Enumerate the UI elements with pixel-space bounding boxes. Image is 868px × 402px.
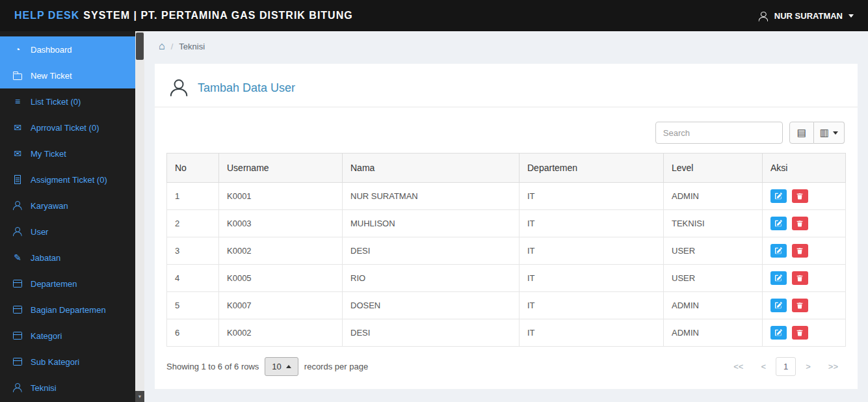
column-header-aksi[interactable]: Aksi <box>763 154 846 183</box>
sidebar-item-user[interactable]: User <box>0 219 135 245</box>
cell-username: K0002 <box>219 319 343 347</box>
breadcrumb-separator: / <box>171 42 174 51</box>
pencil-icon <box>775 329 782 336</box>
page-size-dropdown[interactable]: 10 <box>265 357 298 376</box>
home-icon[interactable]: ⌂ <box>159 41 165 51</box>
pagination-info: Showing 1 to 6 of 6 rows 10 records per … <box>166 357 368 376</box>
table-header: NoUsernameNamaDepartemenLevelAksi <box>167 154 846 183</box>
user-menu[interactable]: NUR SURATMAN <box>759 10 854 21</box>
edit-button[interactable] <box>770 244 787 258</box>
page-size-value: 10 <box>272 362 281 371</box>
edit-button[interactable] <box>770 271 787 285</box>
table-row: 4 K0005 RIO IT USER <box>167 265 846 292</box>
cell-aksi <box>763 183 846 210</box>
content-card: Tambah Data User ▤ ▥ NoUsernameNamaDep <box>155 64 858 389</box>
cell-username: K0005 <box>219 265 343 292</box>
pagination-next[interactable]: > <box>798 357 819 376</box>
file-icon <box>9 175 26 184</box>
breadcrumb-current: Teknisi <box>179 42 205 51</box>
delete-button[interactable] <box>792 217 808 230</box>
sidebar-item-karyawan[interactable]: Karyawan <box>0 193 135 219</box>
column-header-username[interactable]: Username <box>219 154 343 183</box>
cell-level: ADMIN <box>664 183 763 210</box>
sidebar-item-bagian-departemen[interactable]: Bagian Departemen <box>0 297 135 323</box>
list-view-icon: ▤ <box>797 127 806 139</box>
edit-button[interactable] <box>770 217 787 230</box>
columns-icon: ▥ <box>820 127 829 139</box>
table-row: 5 K0007 DOSEN IT ADMIN <box>167 292 846 319</box>
trash-icon <box>796 302 803 309</box>
table-body: 1 K0001 NUR SURATMAN IT ADMIN <box>167 183 846 347</box>
brand-highlight: HELP DESK <box>14 10 79 21</box>
gauge-icon: ◔ <box>9 44 26 55</box>
table-row: 6 K0002 DESI IT ADMIN <box>167 319 846 347</box>
edit-button[interactable] <box>770 299 787 312</box>
cell-no: 6 <box>167 319 219 347</box>
sidebar-scrollbar[interactable]: ▼ <box>135 31 144 402</box>
sidebar-item-dashboard[interactable]: ◔ Dashboard <box>0 36 135 62</box>
person-icon <box>170 79 187 96</box>
cell-username: K0003 <box>219 210 343 237</box>
app-title: HELP DESK SYSTEM | PT. PERTAMINA GAS DIS… <box>14 10 353 21</box>
sidebar-item-approval-ticket[interactable]: ✉ Aprroval Ticket (0) <box>0 114 135 141</box>
chevron-down-icon <box>848 14 854 18</box>
delete-button[interactable] <box>792 326 808 340</box>
delete-button[interactable] <box>792 271 808 285</box>
sidebar-item-jabatan[interactable]: ✎ Jabatan <box>0 245 135 271</box>
divider <box>155 107 858 107</box>
person-icon <box>9 227 26 236</box>
column-header-nama[interactable]: Nama <box>343 154 519 183</box>
main-content: ⌂ / Teknisi Tambah Data User ▤ ▥ <box>144 31 868 402</box>
cell-aksi <box>763 319 846 347</box>
scrollbar-down-arrow[interactable]: ▼ <box>135 391 144 402</box>
edit-button[interactable] <box>770 326 787 340</box>
delete-button[interactable] <box>792 244 808 258</box>
sidebar-item-teknisi[interactable]: Teknisi <box>0 375 135 401</box>
sidebar-item-kategori[interactable]: Kategori <box>0 323 135 349</box>
table-toolbar: ▤ ▥ <box>168 122 845 144</box>
sidebar-item-new-ticket[interactable]: New Ticket <box>0 62 135 88</box>
sidebar-item-my-ticket[interactable]: ✉ My Ticket <box>0 141 135 167</box>
cell-departemen: IT <box>519 183 664 210</box>
table-footer: Showing 1 to 6 of 6 rows 10 records per … <box>166 357 846 376</box>
cell-no: 5 <box>167 292 219 319</box>
person-icon <box>9 383 26 392</box>
folder-icon <box>9 71 26 79</box>
add-user-link[interactable]: Tambah Data User <box>198 81 295 95</box>
cell-no: 3 <box>167 237 219 265</box>
window-icon <box>9 280 26 287</box>
pencil-icon <box>775 220 782 227</box>
column-header-level[interactable]: Level <box>664 154 763 183</box>
person-icon <box>759 10 769 21</box>
pagination-last[interactable]: >> <box>821 357 846 376</box>
search-input[interactable] <box>655 122 783 144</box>
cell-departemen: IT <box>519 210 664 237</box>
cell-nama: MUHLISON <box>343 210 519 237</box>
sidebar-item-sub-kategori[interactable]: Sub Kategori <box>0 349 135 375</box>
sidebar-item-departemen[interactable]: Departemen <box>0 271 135 297</box>
delete-button[interactable] <box>792 189 808 203</box>
table-row: 2 K0003 MUHLISON IT TEKNISI <box>167 210 846 237</box>
pagination-prev[interactable]: < <box>753 357 774 376</box>
column-header-no[interactable]: No <box>167 154 219 183</box>
scrollbar-thumb[interactable] <box>136 33 144 60</box>
rows-summary: Showing 1 to 6 of 6 rows <box>166 362 259 371</box>
cell-username: K0007 <box>219 292 343 319</box>
pencil-icon <box>775 247 782 254</box>
cell-level: ADMIN <box>664 292 763 319</box>
columns-dropdown-button[interactable]: ▥ <box>814 122 845 144</box>
cell-username: K0001 <box>219 183 343 210</box>
users-table: NoUsernameNamaDepartemenLevelAksi 1 K000… <box>166 153 846 347</box>
cell-aksi <box>763 292 846 319</box>
delete-button[interactable] <box>792 299 808 312</box>
edit-button[interactable] <box>770 189 787 203</box>
mail-icon: ✉ <box>9 122 26 133</box>
pagination-first[interactable]: << <box>726 357 751 376</box>
sidebar-item-list-ticket[interactable]: ≡ List Ticket (0) <box>0 88 135 114</box>
pagination-page-1[interactable]: 1 <box>776 357 796 376</box>
sidebar-item-assignment-ticket[interactable]: Assigment Ticket (0) <box>0 167 135 193</box>
toggle-view-button[interactable]: ▤ <box>789 122 814 144</box>
cell-username: K0002 <box>219 237 343 265</box>
user-name: NUR SURATMAN <box>774 11 843 21</box>
column-header-departemen[interactable]: Departemen <box>519 154 664 183</box>
